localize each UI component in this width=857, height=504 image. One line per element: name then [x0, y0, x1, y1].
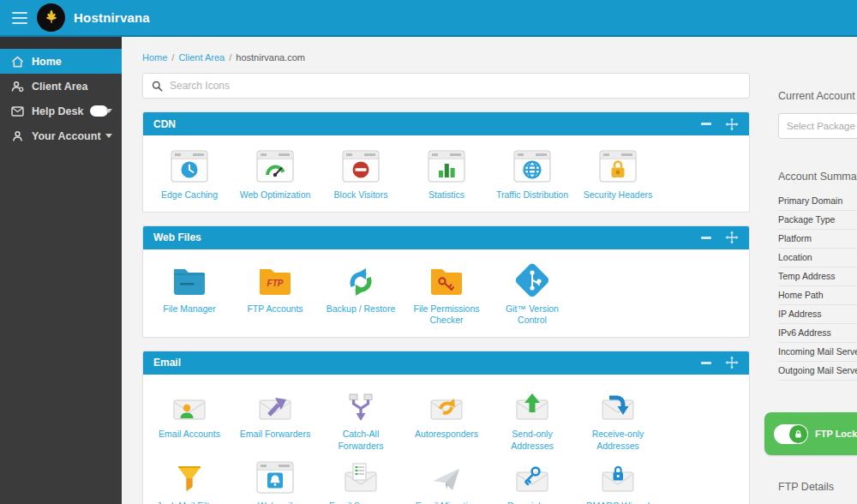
- app-item-file-manager[interactable]: File Manager: [147, 261, 232, 327]
- app-item-traffic-distribution[interactable]: Traffic Distribution: [489, 147, 575, 201]
- account-summary-list: Primary DomainPackage TypePlatformLocati…: [778, 192, 857, 381]
- chevron-down-icon: [105, 109, 112, 113]
- app-label[interactable]: Catch-All Forwarders: [322, 429, 399, 452]
- sidebar-item-label: Home: [32, 56, 62, 68]
- app-label[interactable]: Statistics: [428, 189, 464, 201]
- app-label[interactable]: Domainkeys (DKIM): [494, 501, 571, 504]
- app-item-security-headers[interactable]: Security Headers: [575, 147, 661, 201]
- app-item-ftp-accounts[interactable]: FTPFTP Accounts: [232, 261, 318, 327]
- brand-logo: [37, 3, 65, 32]
- app-item-junk-mail-filters[interactable]: Junk Mail Filters: [147, 459, 232, 504]
- app-label[interactable]: Web Optimization: [240, 189, 311, 201]
- send-only-addresses-icon: [512, 387, 553, 424]
- summary-row: Temp Address: [778, 267, 857, 286]
- app-label[interactable]: Send-only Addresses: [494, 429, 571, 452]
- app-label[interactable]: File Permissions Checker: [408, 303, 485, 327]
- collapse-icon[interactable]: [701, 362, 711, 364]
- app-label[interactable]: Email Migration: [416, 501, 477, 504]
- app-label[interactable]: Email Forwarders: [240, 429, 310, 441]
- ftp-lock-toggle-button[interactable]: FTP Locked: [764, 412, 857, 455]
- breadcrumb-separator: /: [229, 52, 231, 63]
- right-panel: Current Account Select Package Account S…: [758, 37, 857, 504]
- section-body: File ManagerFTPFTP AccountsBackup / Rest…: [143, 249, 749, 337]
- search-icon: [152, 81, 163, 92]
- sidebar-item-client-area[interactable]: Client Area: [0, 74, 122, 99]
- app-item-email-accounts[interactable]: Email Accounts: [147, 387, 232, 452]
- app-label[interactable]: Junk Mail Filters: [157, 501, 222, 504]
- autoresponders-icon: [426, 387, 467, 424]
- git-version-control-icon: [512, 261, 553, 299]
- app-label[interactable]: Block Visitors: [334, 189, 388, 201]
- app-label[interactable]: Email Summary: [329, 501, 393, 504]
- account-summary-title: Account Summary: [778, 171, 857, 183]
- app-label[interactable]: Autoresponders: [415, 429, 478, 441]
- app-item-autoresponders[interactable]: Autoresponders: [404, 387, 489, 452]
- breadcrumb-link[interactable]: Client Area: [178, 52, 225, 63]
- app-item-dmarc-wizard[interactable]: DMARC Wizard: [575, 459, 661, 504]
- ftp-toggle-track[interactable]: [774, 424, 808, 444]
- collapse-icon[interactable]: [701, 237, 711, 239]
- backup-restore-icon: [340, 261, 381, 299]
- app-label[interactable]: Traffic Distribution: [496, 189, 568, 201]
- section-web-files: Web FilesFile ManagerFTPFTP AccountsBack…: [142, 225, 750, 338]
- app-item-backup-restore[interactable]: Backup / Restore: [318, 261, 404, 327]
- dkim-icon: [512, 459, 553, 496]
- app-label[interactable]: Edge Caching: [161, 189, 218, 201]
- sidebar-item-home[interactable]: Home: [0, 49, 122, 74]
- breadcrumb-current: hostnirvana.com: [236, 52, 305, 63]
- email-accounts-icon: [169, 387, 210, 424]
- catch-all-forwarders-icon: [340, 387, 381, 424]
- app-item-email-migration[interactable]: Email Migration: [404, 459, 489, 504]
- breadcrumb: Home/Client Area/hostnirvana.com: [142, 52, 750, 63]
- block-visitors-icon: [340, 147, 381, 185]
- app-item-catch-all-forwarders[interactable]: Catch-All Forwarders: [318, 387, 404, 452]
- webmail-icon: [255, 459, 296, 496]
- app-item-email-summary[interactable]: Email Summary: [318, 459, 404, 504]
- svg-text:FTP: FTP: [267, 279, 284, 288]
- app-label[interactable]: DMARC Wizard: [586, 501, 650, 504]
- statistics-icon: [426, 147, 467, 185]
- summary-row: Location: [778, 249, 857, 267]
- sidebar-item-your-account[interactable]: Your Account: [0, 123, 122, 148]
- sidebar-item-help-desk[interactable]: Help Desk: [0, 99, 122, 123]
- app-item-web-optimization[interactable]: Web Optimization: [232, 147, 318, 201]
- section-header: Web Files: [143, 226, 749, 249]
- app-item-git-version-control[interactable]: Git™ Version Control: [489, 261, 575, 327]
- receive-only-addresses-icon: [597, 387, 638, 424]
- sidebar-nav: HomeClient AreaHelp DeskYour Account: [0, 49, 122, 148]
- security-headers-icon: [597, 147, 638, 185]
- app-label[interactable]: Receive-only Addresses: [579, 429, 656, 452]
- search-input[interactable]: [170, 80, 740, 92]
- app-item-block-visitors[interactable]: Block Visitors: [318, 147, 404, 201]
- app-item-statistics[interactable]: Statistics: [404, 147, 489, 201]
- app-item-webmail[interactable]: Webmail: [232, 459, 318, 504]
- breadcrumb-link[interactable]: Home: [142, 52, 167, 63]
- package-select[interactable]: Select Package: [778, 113, 857, 139]
- ftp-accounts-icon: FTP: [255, 261, 296, 299]
- app-item-domainkeys-dkim[interactable]: Domainkeys (DKIM): [489, 459, 575, 504]
- breadcrumb-separator: /: [171, 52, 174, 63]
- app-item-receive-only-addresses[interactable]: Receive-only Addresses: [575, 387, 661, 452]
- app-label[interactable]: Security Headers: [584, 189, 653, 201]
- move-icon[interactable]: [725, 231, 739, 244]
- hamburger-menu-icon[interactable]: [12, 12, 27, 24]
- app-label[interactable]: FTP Accounts: [247, 303, 303, 315]
- app-label[interactable]: Backup / Restore: [327, 303, 396, 315]
- app-item-file-permissions-checker[interactable]: File Permissions Checker: [404, 261, 489, 327]
- app-item-email-forwarders[interactable]: Email Forwarders: [232, 387, 318, 452]
- app-label[interactable]: File Manager: [163, 303, 215, 315]
- collapse-icon[interactable]: [701, 123, 711, 125]
- move-icon[interactable]: [725, 356, 739, 369]
- app-item-edge-caching[interactable]: Edge Caching: [147, 147, 232, 201]
- section-body: Edge CachingWeb OptimizationBlock Visito…: [143, 135, 749, 212]
- app-label[interactable]: Webmail: [258, 501, 293, 504]
- search-bar: [142, 73, 750, 99]
- move-icon[interactable]: [725, 117, 739, 131]
- package-select-placeholder: Select Package: [787, 121, 855, 131]
- app-label[interactable]: Email Accounts: [159, 429, 220, 441]
- app-label[interactable]: Git™ Version Control: [494, 303, 571, 327]
- dmarc-icon: [597, 459, 638, 496]
- app-item-send-only-addresses[interactable]: Send-only Addresses: [489, 387, 575, 452]
- sidebar-item-label: Help Desk: [32, 105, 83, 117]
- edge-caching-icon: [169, 147, 210, 185]
